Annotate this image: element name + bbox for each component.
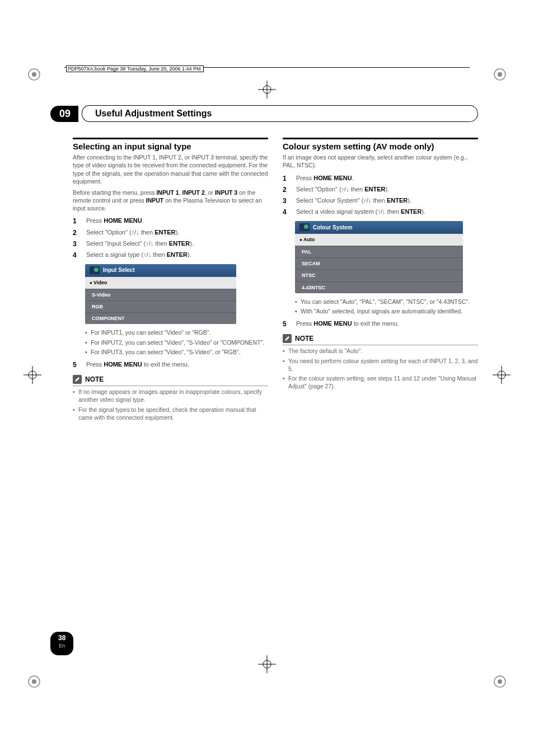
osd-menu: Input Select Video S-Video RGB COMPONENT xyxy=(85,264,236,324)
osd-title: Input Select xyxy=(103,266,135,274)
section-heading: Selecting an input signal type xyxy=(73,141,268,152)
page-language: En xyxy=(58,643,65,649)
svg-point-7 xyxy=(498,679,502,684)
steps-list: 5Press HOME MENU to exit the menu. xyxy=(283,320,478,328)
steps-list: 5Press HOME MENU to exit the menu. xyxy=(73,360,268,369)
list-item: With "Auto" selected, input signals are … xyxy=(295,307,478,315)
note-label: NOTE xyxy=(85,375,104,384)
step-text: Select "Option" (↑/↓ then ENTER). xyxy=(296,185,478,194)
note-label: NOTE xyxy=(295,334,313,343)
updown-arrow-icon: ↑/↓ xyxy=(132,229,139,236)
step-text: Select "Colour System" (↑/↓ then ENTER). xyxy=(296,196,478,205)
step-text: Press HOME MENU to exit the menu. xyxy=(296,320,478,328)
page-number: 38 xyxy=(58,634,65,642)
osd-menu: Colour System Auto PAL SECAM NTSC 4.43NT… xyxy=(295,221,463,293)
step-number: 2 xyxy=(283,185,289,194)
osd-row: COMPONENT xyxy=(85,312,236,324)
book-header-text: PDP507XA.book Page 38 Tuesday, June 20, … xyxy=(66,65,204,72)
chapter-header: 09 Useful Adjustment Settings xyxy=(50,105,478,122)
step-number: 5 xyxy=(73,360,79,369)
notes-list: The factory default is "Auto". You need … xyxy=(283,347,478,390)
step-text: Select "Option" (↑/↓ then ENTER). xyxy=(86,228,268,237)
chapter-title: Useful Adjustment Settings xyxy=(90,105,217,122)
list-item: For INPUT3, you can select "Video", "S-V… xyxy=(85,348,268,356)
after-osd-list: You can select "Auto", "PAL", "SECAM", "… xyxy=(295,298,478,315)
step-number: 4 xyxy=(283,208,289,217)
svg-point-3 xyxy=(498,72,502,77)
list-item: You can select "Auto", "PAL", "SECAM", "… xyxy=(295,298,478,306)
note-header: NOTE xyxy=(283,334,478,343)
osd-header: Colour System xyxy=(295,221,463,233)
right-column: Colour system setting (AV mode only) If … xyxy=(283,138,478,423)
registration-mark-icon xyxy=(488,670,512,693)
steps-list: 1Press HOME MENU. 2Select "Option" (↑/↓ … xyxy=(283,174,478,217)
list-item: For INPUT2, you can select "Video", "S-V… xyxy=(85,339,268,346)
registration-mark-icon xyxy=(22,63,46,86)
svg-point-5 xyxy=(32,679,36,684)
step-text: Press HOME MENU to exit the menu. xyxy=(86,360,268,369)
crosshair-icon xyxy=(256,653,278,678)
section-heading: Colour system setting (AV mode only) xyxy=(283,141,478,152)
content-area: Selecting an input signal type After con… xyxy=(73,138,478,423)
osd-row: PAL xyxy=(295,246,463,257)
osd-row: RGB xyxy=(85,300,236,312)
crosshair-icon xyxy=(490,364,513,388)
osd-row: NTSC xyxy=(295,269,463,281)
notes-list: If no image appears or images appear in … xyxy=(73,388,268,421)
pencil-icon xyxy=(283,334,292,343)
section-intro: If an image does not appear clearly, sel… xyxy=(283,153,478,169)
page-number-badge: 38 En xyxy=(50,632,73,655)
after-osd-list: For INPUT1, you can select "Video" or "R… xyxy=(85,328,268,356)
osd-header: Input Select xyxy=(85,264,236,276)
step-number: 4 xyxy=(73,251,79,260)
step-number: 1 xyxy=(73,217,79,226)
list-item: The factory default is "Auto". xyxy=(283,347,478,355)
updown-arrow-icon: ↑/↓ xyxy=(363,197,371,204)
pre-step-note: Before starting the menu, press INPUT 1,… xyxy=(73,189,268,213)
step-number: 1 xyxy=(283,174,289,183)
left-column: Selecting an input signal type After con… xyxy=(73,138,268,423)
svg-point-1 xyxy=(32,72,36,77)
step-text: Select "Input Select" (↑/↓ then ENTER). xyxy=(86,240,268,248)
step-text: Select a signal type (↑/↓ then ENTER). xyxy=(86,251,268,260)
section-intro: After connecting to the INPUT 1, INPUT 2… xyxy=(73,153,268,185)
step-number: 3 xyxy=(283,196,289,205)
updown-arrow-icon: ↑/↓ xyxy=(341,186,349,192)
step-number: 2 xyxy=(73,228,79,237)
osd-row: S-Video xyxy=(85,289,236,300)
list-item: You need to perform colour system settin… xyxy=(283,357,478,373)
osd-icon xyxy=(299,223,310,231)
registration-mark-icon xyxy=(488,63,512,86)
chapter-number-badge: 09 xyxy=(50,106,78,122)
step-number: 5 xyxy=(283,320,289,328)
crosshair-icon xyxy=(256,78,278,103)
steps-list: 1Press HOME MENU. 2Select "Option" (↑/↓ … xyxy=(73,217,268,260)
list-item: For the signal types to be specified, ch… xyxy=(73,406,268,421)
step-number: 3 xyxy=(73,240,79,248)
book-header: PDP507XA.book Page 38 Tuesday, June 20, … xyxy=(64,67,470,68)
osd-icon xyxy=(90,266,100,274)
osd-row: 4.43NTSC xyxy=(295,281,463,293)
list-item: For the colour system setting, see steps… xyxy=(283,374,478,390)
step-text: Press HOME MENU. xyxy=(86,217,268,226)
updown-arrow-icon: ↑/↓ xyxy=(378,208,386,215)
osd-row-selected: Video xyxy=(85,276,236,289)
note-header: NOTE xyxy=(73,375,268,384)
osd-row: SECAM xyxy=(295,257,463,269)
osd-row-selected: Auto xyxy=(295,233,463,246)
list-item: If no image appears or images appear in … xyxy=(73,388,268,403)
crosshair-icon xyxy=(21,364,44,388)
step-text: Press HOME MENU. xyxy=(296,174,478,183)
updown-arrow-icon: ↑/↓ xyxy=(146,240,153,247)
step-text: Select a video signal system (↑/↓ then E… xyxy=(296,208,478,217)
osd-title: Colour System xyxy=(313,224,353,232)
list-item: For INPUT1, you can select "Video" or "R… xyxy=(85,328,268,336)
updown-arrow-icon: ↑/↓ xyxy=(143,251,151,258)
pencil-icon xyxy=(73,375,82,384)
registration-mark-icon xyxy=(22,670,46,693)
